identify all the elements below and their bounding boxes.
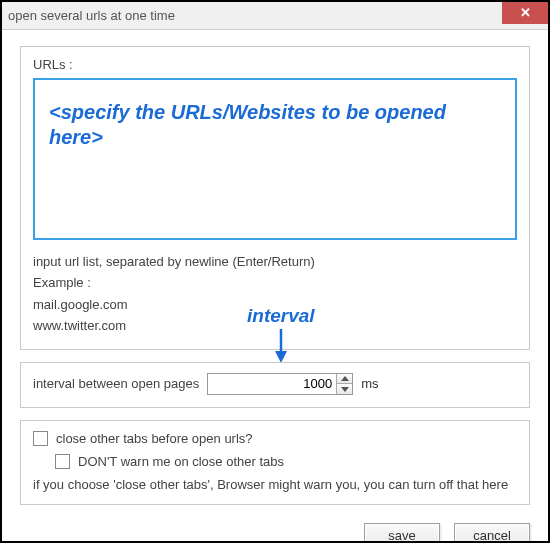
urls-textarea[interactable]: [33, 78, 517, 240]
hint-line: Example :: [33, 272, 517, 293]
urls-label: URLs :: [33, 57, 517, 72]
chevron-down-icon: [341, 387, 349, 392]
dont-warn-label[interactable]: DON'T warn me on close other tabs: [78, 454, 284, 469]
svg-marker-3: [341, 387, 349, 392]
cancel-button[interactable]: cancel: [454, 523, 530, 543]
button-row: save cancel: [2, 517, 548, 543]
tabs-note: if you choose 'close other tabs', Browse…: [33, 477, 517, 492]
titlebar: open several urls at one time ✕: [2, 2, 548, 30]
interval-input[interactable]: [208, 374, 336, 394]
window-title: open several urls at one time: [8, 8, 175, 23]
urls-fieldset: URLs : input url list, separated by newl…: [20, 46, 530, 350]
urls-hint: input url list, separated by newline (En…: [33, 251, 517, 337]
tabs-fieldset: close other tabs before open urls? DON'T…: [20, 420, 530, 505]
save-button[interactable]: save: [364, 523, 440, 543]
svg-marker-2: [341, 376, 349, 381]
hint-line: mail.google.com: [33, 294, 517, 315]
spinner-up-button[interactable]: [337, 374, 352, 384]
close-other-tabs-checkbox[interactable]: [33, 431, 48, 446]
interval-fieldset: interval between open pages ms: [20, 362, 530, 408]
dont-warn-checkbox[interactable]: [55, 454, 70, 469]
interval-spinner: [207, 373, 353, 395]
close-icon: ✕: [520, 5, 531, 20]
hint-line: input url list, separated by newline (En…: [33, 251, 517, 272]
close-button[interactable]: ✕: [502, 2, 548, 24]
spinner-down-button[interactable]: [337, 383, 352, 394]
chevron-up-icon: [341, 376, 349, 381]
interval-unit: ms: [361, 376, 378, 391]
interval-label: interval between open pages: [33, 376, 199, 391]
close-other-tabs-label[interactable]: close other tabs before open urls?: [56, 431, 253, 446]
hint-line: www.twitter.com: [33, 315, 517, 336]
dialog-content: URLs : input url list, separated by newl…: [2, 30, 548, 505]
spinner-buttons: [336, 374, 352, 394]
